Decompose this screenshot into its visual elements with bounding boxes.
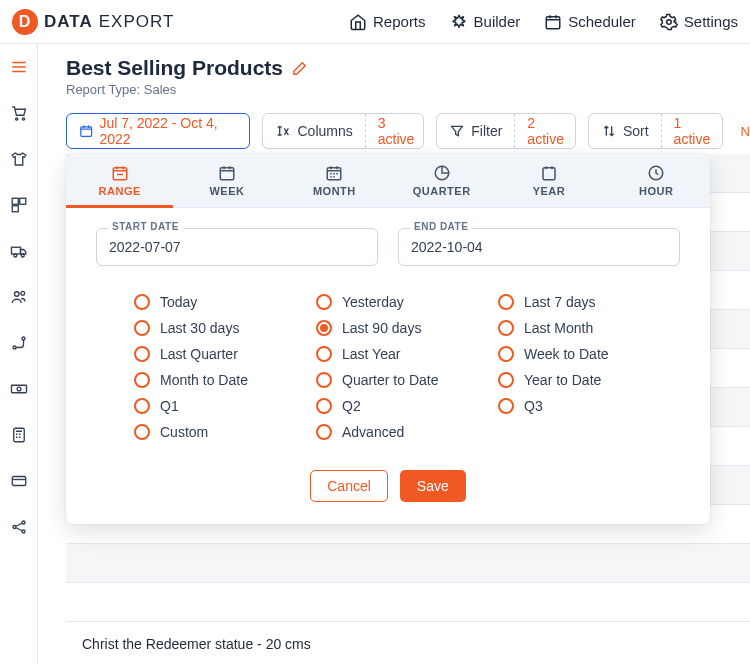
users-icon[interactable] <box>10 288 28 306</box>
radio-icon <box>134 424 150 440</box>
preset-label: Last Month <box>524 320 593 336</box>
route-icon[interactable] <box>10 334 28 352</box>
end-date-field: END DATE <box>398 228 680 266</box>
menu-icon[interactable] <box>10 58 28 76</box>
share-icon[interactable] <box>10 518 28 536</box>
filter-badge[interactable]: 2 active <box>514 114 576 148</box>
nav-builder-label: Builder <box>474 13 521 30</box>
preset-option[interactable]: Last Year <box>316 346 498 362</box>
preset-label: Last 30 days <box>160 320 239 336</box>
card-icon[interactable] <box>10 472 28 490</box>
radio-icon <box>316 346 332 362</box>
truck-icon[interactable] <box>10 242 28 260</box>
nav-scheduler[interactable]: Scheduler <box>544 13 636 31</box>
tab-quarter-label: QUARTER <box>413 185 471 197</box>
radio-icon <box>498 320 514 336</box>
tab-month[interactable]: MONTH <box>281 154 388 207</box>
preset-option[interactable]: Yesterday <box>316 294 498 310</box>
tab-range[interactable]: RANGE <box>66 154 173 208</box>
columns-icon <box>275 123 291 139</box>
svg-rect-23 <box>220 168 234 180</box>
brand-text-2: EXPORT <box>99 12 175 32</box>
filter-group: Filter 2 active <box>436 113 576 149</box>
tab-week-label: WEEK <box>209 185 244 197</box>
end-date-label: END DATE <box>410 221 472 232</box>
radio-icon <box>134 320 150 336</box>
main-content: Best Selling Products Report Type: Sales… <box>38 44 750 664</box>
table-row[interactable]: Christ the Redeemer statue - 20 cms <box>66 622 750 664</box>
radio-icon <box>134 346 150 362</box>
sort-button[interactable]: Sort <box>589 114 661 148</box>
nav-settings[interactable]: Settings <box>660 13 738 31</box>
preset-option[interactable]: Last Quarter <box>134 346 316 362</box>
nav-scheduler-label: Scheduler <box>568 13 636 30</box>
radio-icon <box>134 294 150 310</box>
filter-button[interactable]: Filter <box>437 114 514 148</box>
grid-icon[interactable] <box>10 196 28 214</box>
svg-point-18 <box>13 526 16 529</box>
sort-badge[interactable]: 1 active <box>661 114 723 148</box>
svg-rect-21 <box>81 127 92 137</box>
cart-icon[interactable] <box>10 104 28 122</box>
sort-label: Sort <box>623 123 649 139</box>
radio-icon <box>498 398 514 414</box>
start-date-input[interactable] <box>96 228 378 266</box>
preset-option[interactable]: Quarter to Date <box>316 372 498 388</box>
edit-icon[interactable] <box>291 60 308 77</box>
radio-icon <box>498 372 514 388</box>
preset-label: Q2 <box>342 398 361 414</box>
clock-icon <box>647 164 665 182</box>
preset-option[interactable]: Year to Date <box>498 372 680 388</box>
tab-hour-label: HOUR <box>639 185 673 197</box>
preset-option[interactable]: Custom <box>134 424 316 440</box>
svg-point-12 <box>13 346 16 349</box>
preset-label: Advanced <box>342 424 404 440</box>
svg-rect-17 <box>12 477 26 486</box>
preset-option[interactable]: Last Month <box>498 320 680 336</box>
columns-group: Columns 3 active <box>262 113 424 149</box>
svg-point-9 <box>21 254 24 257</box>
radio-icon <box>316 424 332 440</box>
columns-button[interactable]: Columns <box>263 114 364 148</box>
preset-label: Custom <box>160 424 208 440</box>
date-range-chip[interactable]: Jul 7, 2022 - Oct 4, 2022 <box>66 113 250 149</box>
svg-point-13 <box>22 337 25 340</box>
page-title: Best Selling Products <box>66 56 283 80</box>
preset-option[interactable]: Last 30 days <box>134 320 316 336</box>
calculator-icon[interactable] <box>10 426 28 444</box>
preset-option[interactable]: Month to Date <box>134 372 316 388</box>
preset-option[interactable]: Advanced <box>316 424 498 440</box>
tab-week[interactable]: WEEK <box>173 154 280 207</box>
preset-option[interactable]: Week to Date <box>498 346 680 362</box>
app-header: D DATA EXPORT Reports Builder Scheduler … <box>0 0 750 44</box>
preset-option[interactable]: Last 7 days <box>498 294 680 310</box>
tab-year[interactable]: YEAR <box>495 154 602 207</box>
tab-quarter[interactable]: QUARTER <box>388 154 495 207</box>
end-date-input[interactable] <box>398 228 680 266</box>
preset-option[interactable]: Today <box>134 294 316 310</box>
svg-point-10 <box>14 292 19 297</box>
shirt-icon[interactable] <box>10 150 28 168</box>
top-nav: Reports Builder Scheduler Settings <box>349 13 738 31</box>
nav-reports[interactable]: Reports <box>349 13 426 31</box>
preset-label: Today <box>160 294 197 310</box>
nav-builder[interactable]: Builder <box>450 13 521 31</box>
save-button[interactable]: Save <box>400 470 466 502</box>
calendar-month-icon <box>325 164 343 182</box>
preset-option[interactable]: Q3 <box>498 398 680 414</box>
preset-option[interactable]: Last 90 days <box>316 320 498 336</box>
columns-badge[interactable]: 3 active <box>365 114 425 148</box>
tab-hour[interactable]: HOUR <box>603 154 710 207</box>
cash-icon[interactable] <box>10 380 28 398</box>
preset-label: Last 7 days <box>524 294 596 310</box>
filter-label: Filter <box>471 123 502 139</box>
preset-label: Last Quarter <box>160 346 238 362</box>
preset-option[interactable]: Q1 <box>134 398 316 414</box>
columns-label: Columns <box>297 123 352 139</box>
preset-label: Year to Date <box>524 372 601 388</box>
svg-point-2 <box>15 118 17 120</box>
preset-option[interactable]: Q2 <box>316 398 498 414</box>
svg-point-20 <box>22 530 25 533</box>
preset-label: Last 90 days <box>342 320 421 336</box>
cancel-button[interactable]: Cancel <box>310 470 388 502</box>
